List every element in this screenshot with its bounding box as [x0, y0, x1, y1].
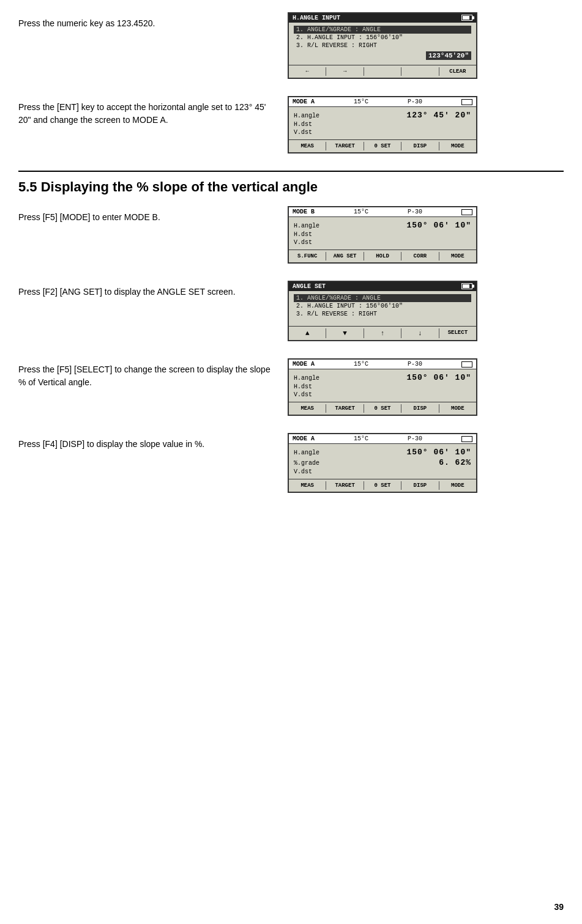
battery-icon	[461, 15, 472, 21]
page-number: 39	[554, 902, 564, 912]
screen3-btn-mode[interactable]: MODE	[439, 252, 476, 261]
screen5-row2: H.dst	[294, 383, 471, 391]
screen1-btn-left[interactable]: ←	[289, 67, 326, 76]
screen-6: MODE A 15°C P-30 H.angle 150° 06′ 10″ %.…	[288, 433, 477, 493]
screen-4: ANGLE SET 1. ANGLE/%GRADE : ANGLE 2. H.A…	[288, 281, 477, 341]
instruction-1: Press the numeric key as 123.4520.	[18, 12, 275, 30]
screen4-btn-down-arr[interactable]: ↓	[401, 328, 439, 338]
screen4-btn-down-tri[interactable]: ▼	[326, 328, 364, 338]
screen3-btn-hold[interactable]: HOLD	[364, 252, 401, 261]
instruction-5: Press the [F5] [SELECT] to change the sc…	[18, 358, 275, 389]
screen2-row3: V.dst	[294, 128, 471, 136]
instruction-4: Press [F2] [ANG SET] to display the ANGL…	[18, 281, 275, 298]
screen1-btn-right[interactable]: →	[326, 67, 364, 76]
screen6-btn-target[interactable]: TARGET	[326, 481, 364, 490]
instruction-2: Press the [ENT] key to accept the horizo…	[18, 96, 275, 127]
screen5-footer: MEAS TARGET 0 SET DISP MODE	[289, 402, 476, 415]
instruction-6: Press [F4] [DISP] to display the slope v…	[18, 433, 275, 451]
screen3-row1: H.angle 150° 06′ 10″	[294, 220, 471, 231]
screen6-btn-0set[interactable]: 0 SET	[364, 481, 401, 490]
screen5-btn-meas[interactable]: MEAS	[289, 404, 326, 413]
screen4-btn-up-arr[interactable]: ↑	[364, 328, 401, 338]
section-heading: 5.5 Displaying the % slope of the vertic…	[18, 171, 564, 195]
screen6-row3: V.dst	[294, 468, 471, 476]
screen3-temp: 15°C	[354, 209, 368, 215]
screen5-page: P-30	[408, 361, 422, 368]
screen2-btn-target[interactable]: TARGET	[326, 142, 364, 150]
screen1-header: H.ANGLE INPUT	[289, 13, 476, 23]
screen5-btn-0set[interactable]: 0 SET	[364, 404, 401, 413]
screen2-btn-0set[interactable]: 0 SET	[364, 142, 401, 150]
screen-2: MODE A 15°C P-30 H.angle 123° 45′ 20″ H.…	[288, 96, 477, 153]
screen1-btn-clear[interactable]: CLEAR	[439, 67, 476, 76]
screen1-item3: 3. R/L REVERSE : RIGHT	[294, 42, 471, 50]
screen-5: MODE A 15°C P-30 H.angle 150° 06′ 10″ H.…	[288, 358, 477, 416]
screen3-page: P-30	[408, 209, 422, 215]
screen6-btn-meas[interactable]: MEAS	[289, 481, 326, 490]
screen6-battery	[461, 436, 472, 442]
screen3-mode: MODE B	[293, 209, 315, 215]
screen6-btn-mode[interactable]: MODE	[439, 481, 476, 490]
instruction-3: Press [F5] [MODE] to enter MODE B.	[18, 206, 275, 224]
screen2-battery	[461, 99, 472, 105]
screen6-page: P-30	[408, 435, 422, 442]
screen3-row3: V.dst	[294, 238, 471, 246]
screen6-footer: MEAS TARGET 0 SET DISP MODE	[289, 479, 476, 492]
screen2-footer: MEAS TARGET 0 SET DISP MODE	[289, 139, 476, 152]
screen2-temp: 15°C	[354, 98, 368, 105]
screen-3: MODE B 15°C P-30 H.angle 150° 06′ 10″ H.…	[288, 206, 477, 264]
screen1-item1: 1. ANGLE/%GRADE : ANGLE	[294, 26, 471, 34]
screen6-row1: H.angle 150° 06′ 10″	[294, 447, 471, 457]
screen3-btn-sfunc[interactable]: S.FUNC	[289, 252, 326, 261]
screen2-mode: MODE A	[293, 98, 315, 105]
screen4-item1: 1. ANGLE/%GRADE : ANGLE	[294, 294, 471, 302]
screen5-row3: V.dst	[294, 391, 471, 399]
screen3-battery	[461, 209, 472, 215]
screen1-item2: 2. H.ANGLE INPUT : 156°06'10"	[294, 34, 471, 42]
screen6-btn-disp[interactable]: DISP	[401, 481, 439, 490]
screen4-btn-select[interactable]: SELECT	[439, 328, 476, 338]
screen5-temp: 15°C	[354, 361, 368, 368]
screen-1: H.ANGLE INPUT 1. ANGLE/%GRADE : ANGLE 2.…	[288, 12, 477, 79]
screen4-item3: 3. R/L REVERSE : RIGHT	[294, 310, 471, 318]
screen4-btn-up-tri[interactable]: ▲	[289, 328, 326, 338]
screen6-mode: MODE A	[293, 435, 315, 442]
screen3-btn-corr[interactable]: CORR	[401, 252, 439, 261]
screen4-item2: 2. H.ANGLE INPUT : 156°06'10"	[294, 302, 471, 310]
screen5-row1: H.angle 150° 06′ 10″	[294, 372, 471, 383]
screen3-btn-angset[interactable]: ANG SET	[326, 252, 364, 261]
screen2-row2: H.dst	[294, 120, 471, 128]
screen4-footer: ▲ ▼ ↑ ↓ SELECT	[289, 326, 476, 340]
screen4-battery	[461, 283, 472, 289]
screen2-btn-meas[interactable]: MEAS	[289, 142, 326, 150]
screen1-btn-blank2	[401, 67, 439, 76]
screen2-btn-mode[interactable]: MODE	[439, 142, 476, 150]
screen6-row2: %.grade 6. 62%	[294, 457, 471, 468]
screen2-btn-disp[interactable]: DISP	[401, 142, 439, 150]
screen5-btn-mode[interactable]: MODE	[439, 404, 476, 413]
screen3-footer: S.FUNC ANG SET HOLD CORR MODE	[289, 249, 476, 262]
screen4-header: ANGLE SET	[289, 282, 476, 291]
screen5-mode: MODE A	[293, 361, 315, 368]
screen5-battery	[461, 361, 472, 368]
screen1-btn-blank1	[364, 67, 401, 76]
screen3-row2: H.dst	[294, 231, 471, 238]
screen5-btn-disp[interactable]: DISP	[401, 404, 439, 413]
screen5-btn-target[interactable]: TARGET	[326, 404, 364, 413]
screen6-temp: 15°C	[354, 435, 368, 442]
screen2-row1: H.angle 123° 45′ 20″	[294, 110, 471, 120]
screen1-input: 123°45'20"	[426, 51, 471, 60]
screen2-page: P-30	[408, 98, 422, 105]
screen1-footer: ← → CLEAR	[289, 65, 476, 78]
